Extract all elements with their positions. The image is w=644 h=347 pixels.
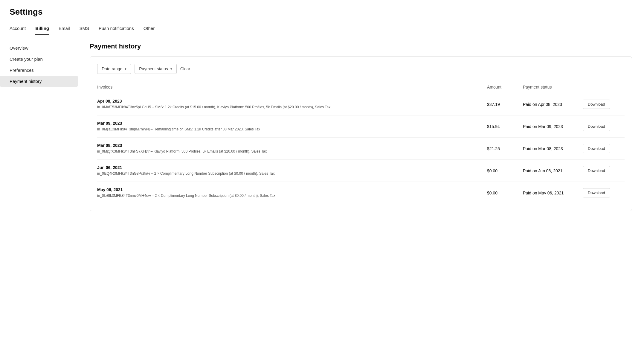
top-navigation: Account Billing Email SMS Push notificat…: [0, 22, 644, 35]
download-action: Download: [583, 122, 625, 131]
section-title: Payment history: [90, 42, 632, 50]
date-range-label: Date range: [102, 66, 122, 71]
download-button[interactable]: Download: [583, 122, 610, 131]
invoice-id: in_0MjQfX3MFlk84T3nFS7XFBtr – Klaviyo Pl…: [97, 149, 487, 154]
date-range-filter[interactable]: Date range ▾: [97, 64, 131, 74]
invoice-info: May 06, 2021 in_0loBIk3MFlk84T3nmv0MH4ew…: [97, 187, 487, 198]
sidebar-item-preferences[interactable]: Preferences: [0, 65, 78, 76]
invoice-id: in_0loBIk3MFlk84T3nmv0MH4ew – 2 × Compli…: [97, 193, 487, 198]
invoice-amount: $0.00: [487, 168, 523, 173]
invoice-date: Mar 09, 2023: [97, 121, 487, 126]
download-button[interactable]: Download: [583, 100, 610, 109]
invoice-date: Apr 08, 2023: [97, 99, 487, 104]
download-button[interactable]: Download: [583, 144, 610, 153]
download-button[interactable]: Download: [583, 166, 610, 175]
table-header: Invoices Amount Payment status: [97, 82, 625, 93]
table-row: May 06, 2021 in_0loBIk3MFlk84T3nmv0MH4ew…: [97, 182, 625, 204]
chevron-down-icon: ▾: [170, 67, 172, 71]
chevron-down-icon: ▾: [125, 67, 126, 71]
page-title: Settings: [0, 0, 644, 22]
invoice-amount: $21.25: [487, 146, 523, 151]
invoice-info: Mar 09, 2023 in_0MjlaC3MFlk84T3nqlM7hWNj…: [97, 121, 487, 132]
invoice-amount: $15.94: [487, 124, 523, 129]
invoice-date: Jun 06, 2021: [97, 165, 487, 170]
download-action: Download: [583, 144, 625, 153]
invoice-date: Mar 08, 2023: [97, 143, 487, 148]
table-row: Apr 08, 2023 in_0MufT53MFlk84T3nz5pLGcH5…: [97, 93, 625, 115]
table-row: Mar 09, 2023 in_0MjlaC3MFlk84T3nqlM7hWNj…: [97, 115, 625, 138]
filters-bar: Date range ▾ Payment status ▾ Clear: [97, 64, 625, 74]
column-invoices: Invoices: [97, 85, 487, 89]
payment-status-filter[interactable]: Payment status ▾: [135, 64, 177, 74]
invoice-info: Jun 06, 2021 in_0lzQ4R3MFlk84T3nG8Pc8nFr…: [97, 165, 487, 176]
invoice-payment-status: Paid on Mar 08, 2023: [523, 146, 583, 151]
payment-status-label: Payment status: [139, 66, 168, 71]
invoice-date: May 06, 2021: [97, 187, 487, 192]
sidebar-item-payment-history[interactable]: Payment history: [0, 76, 78, 87]
invoice-payment-status: Paid on Mar 09, 2023: [523, 124, 583, 129]
table-row: Jun 06, 2021 in_0lzQ4R3MFlk84T3nG8Pc8nFr…: [97, 160, 625, 182]
sidebar: Overview Create your plan Preferences Pa…: [0, 35, 78, 346]
sidebar-item-overview[interactable]: Overview: [0, 42, 78, 54]
table-row: Mar 08, 2023 in_0MjQfX3MFlk84T3nFS7XFBtr…: [97, 138, 625, 160]
invoice-payment-status: Paid on May 06, 2021: [523, 191, 583, 195]
sidebar-item-create-your-plan[interactable]: Create your plan: [0, 54, 78, 65]
nav-item-push-notifications[interactable]: Push notifications: [99, 22, 134, 35]
column-amount: Amount: [487, 85, 523, 89]
nav-item-sms[interactable]: SMS: [80, 22, 89, 35]
invoice-info: Mar 08, 2023 in_0MjQfX3MFlk84T3nFS7XFBtr…: [97, 143, 487, 154]
nav-item-email[interactable]: Email: [59, 22, 70, 35]
payment-history-card: Date range ▾ Payment status ▾ Clear Invo…: [90, 56, 632, 211]
download-action: Download: [583, 166, 625, 175]
invoice-payment-status: Paid on Apr 08, 2023: [523, 102, 583, 107]
clear-filters-link[interactable]: Clear: [180, 66, 190, 71]
download-action: Download: [583, 188, 625, 197]
main-layout: Overview Create your plan Preferences Pa…: [0, 35, 644, 346]
nav-item-other[interactable]: Other: [144, 22, 155, 35]
nav-item-billing[interactable]: Billing: [35, 22, 49, 35]
invoice-amount: $37.19: [487, 102, 523, 107]
column-payment-status: Payment status: [523, 85, 583, 89]
nav-item-account[interactable]: Account: [10, 22, 26, 35]
invoice-id: in_0lzQ4R3MFlk84T3nG8Pc8nFr – 2 × Compli…: [97, 171, 487, 176]
invoice-id: in_0MjlaC3MFlk84T3nqlM7hWNj – Remaining …: [97, 127, 487, 132]
invoice-id: in_0MufT53MFlk84T3nz5pLGcH5 – SMS: 1.2k …: [97, 104, 487, 110]
main-content: Payment history Date range ▾ Payment sta…: [78, 35, 644, 346]
column-actions: [583, 85, 625, 89]
invoice-amount: $0.00: [487, 191, 523, 195]
invoice-info: Apr 08, 2023 in_0MufT53MFlk84T3nz5pLGcH5…: [97, 99, 487, 110]
download-action: Download: [583, 100, 625, 109]
invoice-payment-status: Paid on Jun 06, 2021: [523, 168, 583, 173]
download-button[interactable]: Download: [583, 188, 610, 197]
